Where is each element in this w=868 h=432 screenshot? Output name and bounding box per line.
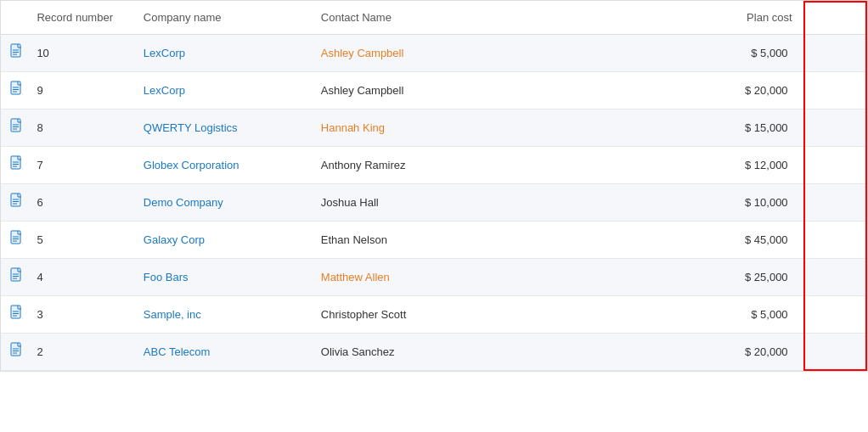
company-link[interactable]: ABC Telecom <box>144 345 211 358</box>
record-number-cell: 6 <box>28 184 134 222</box>
contact-name-cell: Christopher Scott <box>313 296 712 334</box>
document-icon <box>10 155 24 172</box>
table-row: 3Sample, incChristopher Scott$ 5,000 <box>1 296 867 334</box>
row-icon-cell <box>1 334 28 371</box>
plan-cost-cell: $ 12,000 <box>712 147 801 184</box>
document-icon <box>10 43 24 60</box>
company-name-cell[interactable]: ABC Telecom <box>135 334 313 371</box>
row-icon-cell <box>1 72 28 109</box>
plan-cost-header: Plan cost <box>712 1 801 35</box>
table-row: 4Foo BarsMatthew Allen$ 25,000 <box>1 259 867 296</box>
contact-name-cell: Hannah King <box>313 109 712 147</box>
plan-cost-cell: $ 15,000 <box>712 109 801 147</box>
plan-cost-cell: $ 5,000 <box>712 296 801 334</box>
contact-name-cell: Ethan Nelson <box>313 222 712 259</box>
table-row: 7Globex CorporationAnthony Ramirez$ 12,0… <box>1 147 867 184</box>
contact-name-cell: Matthew Allen <box>313 259 712 296</box>
record-number-cell: 3 <box>28 296 134 334</box>
highlight-cell <box>801 109 867 147</box>
highlight-cell <box>801 72 867 109</box>
document-icon <box>10 193 24 210</box>
company-name-cell[interactable]: Galaxy Corp <box>135 222 313 259</box>
contact-name-text: Ashley Campbell <box>321 47 404 59</box>
company-link[interactable]: QWERTY Logistics <box>144 121 238 134</box>
extra-col-header <box>801 1 867 35</box>
table-row: 8QWERTY LogisticsHannah King$ 15,000 <box>1 109 867 147</box>
table-row: 2ABC TelecomOlivia Sanchez$ 20,000 <box>1 334 867 371</box>
company-name-cell[interactable]: LexCorp <box>135 35 313 72</box>
table-header-row: Record number Company name Contact Name … <box>1 1 867 35</box>
plan-cost-cell: $ 5,000 <box>712 35 801 72</box>
company-link[interactable]: Demo Company <box>144 196 223 209</box>
plan-cost-cell: $ 25,000 <box>712 259 801 296</box>
contact-name-text: Ashley Campbell <box>321 84 404 97</box>
icon-header <box>1 1 28 35</box>
document-icon <box>10 81 24 98</box>
highlight-cell <box>801 222 867 259</box>
plan-cost-cell: $ 20,000 <box>712 72 801 109</box>
company-link[interactable]: Sample, inc <box>144 308 201 321</box>
row-icon-cell <box>1 35 28 72</box>
contact-name-text: Ethan Nelson <box>321 233 387 246</box>
document-icon <box>10 230 24 247</box>
highlight-cell <box>801 296 867 334</box>
contact-name-cell: Olivia Sanchez <box>313 334 712 371</box>
table-row: 6Demo CompanyJoshua Hall$ 10,000 <box>1 184 867 222</box>
contact-name-cell: Joshua Hall <box>313 184 712 222</box>
record-number-header: Record number <box>28 1 134 35</box>
company-name-cell[interactable]: LexCorp <box>135 72 313 109</box>
company-link[interactable]: Galaxy Corp <box>144 233 205 246</box>
row-icon-cell <box>1 259 28 296</box>
company-name-cell[interactable]: Foo Bars <box>135 259 313 296</box>
record-number-cell: 9 <box>28 72 134 109</box>
row-icon-cell <box>1 296 28 334</box>
document-icon <box>10 305 24 322</box>
highlight-cell <box>801 147 867 184</box>
records-table: Record number Company name Contact Name … <box>1 1 867 371</box>
row-icon-cell <box>1 184 28 222</box>
record-number-cell: 2 <box>28 334 134 371</box>
highlight-cell <box>801 334 867 371</box>
contact-name-header: Contact Name <box>313 1 712 35</box>
contact-name-cell: Ashley Campbell <box>313 35 712 72</box>
plan-cost-cell: $ 45,000 <box>712 222 801 259</box>
company-name-cell[interactable]: Globex Corporation <box>135 147 313 184</box>
row-icon-cell <box>1 222 28 259</box>
company-name-cell[interactable]: QWERTY Logistics <box>135 109 313 147</box>
highlight-cell <box>801 259 867 296</box>
record-number-cell: 8 <box>28 109 134 147</box>
document-icon <box>10 267 24 284</box>
document-icon <box>10 118 24 135</box>
contact-name-cell: Anthony Ramirez <box>313 147 712 184</box>
table-row: 9LexCorpAshley Campbell$ 20,000 <box>1 72 867 109</box>
company-name-cell[interactable]: Sample, inc <box>135 296 313 334</box>
company-link[interactable]: LexCorp <box>144 84 185 97</box>
table-row: 5Galaxy CorpEthan Nelson$ 45,000 <box>1 222 867 259</box>
contact-name-text: Olivia Sanchez <box>321 345 395 358</box>
highlight-cell <box>801 35 867 72</box>
record-number-cell: 5 <box>28 222 134 259</box>
record-number-cell: 7 <box>28 147 134 184</box>
row-icon-cell <box>1 147 28 184</box>
contact-name-text: Hannah King <box>321 121 385 134</box>
contact-name-text: Christopher Scott <box>321 308 406 321</box>
document-icon <box>10 342 24 359</box>
table-row: 10LexCorpAshley Campbell$ 5,000 <box>1 35 867 72</box>
contact-name-text: Matthew Allen <box>321 271 390 283</box>
highlight-cell <box>801 184 867 222</box>
company-link[interactable]: Globex Corporation <box>144 159 240 171</box>
record-number-cell: 4 <box>28 259 134 296</box>
plan-cost-cell: $ 10,000 <box>712 184 801 222</box>
company-link[interactable]: Foo Bars <box>144 271 189 283</box>
company-name-header: Company name <box>135 1 313 35</box>
contact-name-text: Anthony Ramirez <box>321 159 406 171</box>
main-table-container: Record number Company name Contact Name … <box>0 0 868 372</box>
company-name-cell[interactable]: Demo Company <box>135 184 313 222</box>
record-number-cell: 10 <box>28 35 134 72</box>
row-icon-cell <box>1 109 28 147</box>
contact-name-cell: Ashley Campbell <box>313 72 712 109</box>
plan-cost-cell: $ 20,000 <box>712 334 801 371</box>
contact-name-text: Joshua Hall <box>321 196 379 209</box>
company-link[interactable]: LexCorp <box>144 47 185 59</box>
